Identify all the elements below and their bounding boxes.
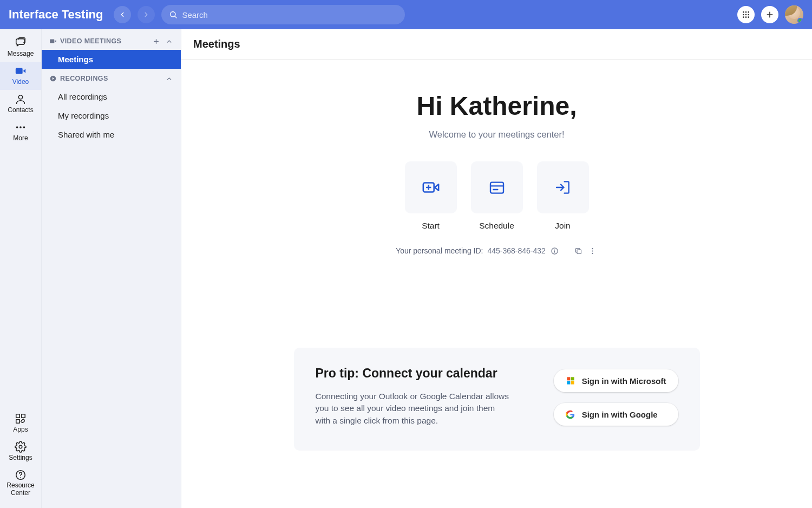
pmi-more-button[interactable]: [588, 246, 598, 256]
svg-marker-29: [435, 184, 438, 190]
protip-title: Pro tip: Connect your calendar: [316, 366, 538, 381]
svg-point-41: [592, 250, 593, 251]
nav-back-button[interactable]: [114, 6, 131, 23]
svg-rect-32: [490, 183, 503, 193]
svg-rect-43: [567, 377, 570, 380]
svg-marker-23: [55, 40, 56, 43]
app-title: Interface Testing: [9, 8, 103, 22]
tile-label: Schedule: [479, 221, 514, 231]
pmi-value: 445-368-846-432: [487, 246, 545, 255]
schedule-icon: [488, 179, 506, 196]
tile-start[interactable]: Start: [405, 161, 457, 231]
message-icon: [15, 37, 27, 49]
rail-item-video[interactable]: Video: [0, 62, 41, 90]
sign-in-google-button[interactable]: Sign in with Google: [554, 403, 678, 426]
rail-item-message[interactable]: Message: [0, 34, 41, 62]
subtitle: Welcome to your meetings center!: [416, 129, 577, 140]
join-icon: [554, 179, 572, 196]
button-label: Sign in with Microsoft: [582, 376, 666, 386]
rail-item-contacts[interactable]: Contacts: [0, 90, 41, 118]
greeting: Hi Katherine,: [416, 91, 577, 121]
chevron-up-icon: [166, 38, 173, 45]
svg-point-2: [743, 11, 744, 13]
protip-card: Pro tip: Connect your calendar Connectin…: [294, 348, 700, 451]
pmi-info-button[interactable]: [550, 246, 560, 256]
help-icon: [15, 469, 27, 481]
collapse-button[interactable]: [165, 74, 173, 83]
video-icon: [49, 37, 57, 45]
svg-rect-45: [567, 381, 570, 385]
search-input[interactable]: [182, 10, 397, 19]
rail-label: Apps: [13, 426, 28, 433]
play-circle-icon: [49, 75, 57, 82]
start-video-icon: [422, 178, 440, 197]
more-icon: [15, 121, 27, 133]
video-icon: [15, 65, 27, 77]
presence-available-icon: [797, 18, 803, 23]
tile-label: Join: [555, 221, 570, 231]
plus-icon: [153, 38, 160, 45]
svg-point-6: [745, 14, 747, 16]
svg-point-7: [748, 14, 749, 16]
section-header-recordings[interactable]: RECORDINGS: [42, 69, 181, 87]
main-content: Meetings Hi Katherine, Welcome to your m…: [181, 29, 812, 508]
topbar: Interface Testing: [0, 0, 812, 29]
svg-rect-13: [16, 68, 23, 74]
chevron-right-icon: [142, 11, 150, 18]
svg-point-42: [592, 252, 593, 253]
svg-point-19: [19, 446, 22, 449]
panel-item-all-recordings[interactable]: All recordings: [42, 87, 181, 106]
search-field[interactable]: [161, 5, 405, 24]
panel-item-my-recordings[interactable]: My recordings: [42, 106, 181, 125]
copy-icon: [574, 247, 582, 255]
svg-point-16: [16, 126, 18, 128]
svg-rect-39: [577, 250, 581, 254]
pmi-label: Your personal meeting ID:: [396, 246, 483, 255]
rail-item-settings[interactable]: Settings: [0, 438, 41, 466]
main-header: Meetings: [181, 29, 812, 60]
personal-meeting-id-row: Your personal meeting ID: 445-368-846-43…: [396, 246, 598, 256]
microsoft-icon: [566, 376, 575, 386]
sign-in-microsoft-button[interactable]: Sign in with Microsoft: [554, 369, 678, 392]
svg-point-40: [592, 248, 593, 249]
svg-point-4: [748, 11, 749, 13]
nav-forward-button[interactable]: [137, 6, 155, 23]
pmi-copy-button[interactable]: [574, 246, 584, 256]
svg-point-38: [554, 249, 555, 250]
svg-rect-46: [571, 381, 574, 385]
welcome-block: Hi Katherine, Welcome to your meetings c…: [416, 91, 577, 140]
gear-icon: [15, 441, 27, 453]
rail-label: Message: [8, 50, 34, 57]
svg-point-3: [745, 11, 747, 13]
dialpad-button[interactable]: [737, 6, 755, 23]
tile-schedule[interactable]: Schedule: [471, 161, 523, 231]
rail-item-resource-center[interactable]: Resource Center: [0, 466, 41, 502]
svg-point-17: [19, 126, 22, 128]
collapse-button[interactable]: [165, 37, 173, 45]
nav-rail: Message Video Contacts More: [0, 29, 42, 508]
add-button[interactable]: [152, 37, 160, 45]
rail-label: Video: [12, 78, 29, 86]
svg-point-8: [743, 16, 744, 18]
more-vertical-icon: [588, 247, 597, 255]
search-icon: [169, 10, 178, 19]
panel-item-shared-with-me[interactable]: Shared with me: [42, 125, 181, 144]
secondary-panel: VIDEO MEETINGS Meetings RECORDINGS: [42, 29, 181, 508]
apps-icon: [15, 413, 27, 425]
section-title: RECORDINGS: [60, 75, 108, 82]
avatar[interactable]: [785, 5, 803, 24]
svg-point-10: [748, 16, 749, 18]
protip-body: Connecting your Outlook or Google Calend…: [316, 390, 510, 427]
action-tiles: Start Schedule Join: [405, 161, 589, 231]
rail-item-more[interactable]: More: [0, 118, 41, 146]
svg-marker-14: [23, 69, 26, 73]
svg-point-5: [743, 14, 744, 16]
chevron-left-icon: [119, 11, 126, 18]
svg-point-15: [18, 95, 22, 99]
tile-join[interactable]: Join: [537, 161, 589, 231]
panel-item-meetings[interactable]: Meetings: [42, 50, 181, 69]
section-header-video-meetings[interactable]: VIDEO MEETINGS: [42, 31, 181, 50]
chevron-up-icon: [166, 75, 173, 82]
rail-item-apps[interactable]: Apps: [0, 409, 41, 438]
new-button[interactable]: [761, 6, 778, 23]
